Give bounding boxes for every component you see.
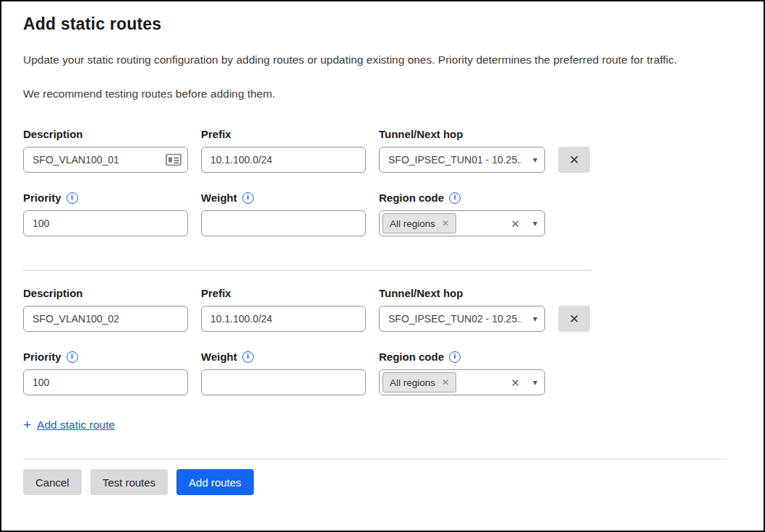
info-icon[interactable]: i xyxy=(449,192,461,204)
dialog-note: We recommend testing routes before addin… xyxy=(23,87,743,100)
route-divider xyxy=(23,270,591,271)
info-icon[interactable]: i xyxy=(67,192,78,204)
route-2-prefix-input[interactable] xyxy=(201,306,366,332)
region-chip: All regions ✕ xyxy=(382,372,456,392)
add-static-route-link[interactable]: + Add static route xyxy=(23,418,115,432)
add-routes-button[interactable]: Add routes xyxy=(176,469,254,495)
route-2-tunnel-field: Tunnel/Next hop SFO_IPSEC_TUN02 - 10.25.… xyxy=(379,287,545,332)
weight-label-text: Weight xyxy=(201,351,237,363)
route-2-weight-input[interactable] xyxy=(201,369,366,395)
route-1-main-row: Description Prefix xyxy=(23,128,743,173)
route-2-region-select[interactable]: All regions ✕ ✕ ▾ xyxy=(379,369,545,395)
contact-card-icon xyxy=(166,154,181,166)
route-1-tunnel-field: Tunnel/Next hop SFO_IPSEC_TUN01 - 10.25.… xyxy=(379,128,545,173)
route-1-description-input[interactable] xyxy=(23,147,188,173)
description-label: Description xyxy=(23,287,188,299)
page-title: Add static routes xyxy=(23,14,743,34)
tunnel-label: Tunnel/Next hop xyxy=(379,287,545,299)
footer-divider xyxy=(23,458,727,460)
tunnel-label: Tunnel/Next hop xyxy=(379,128,545,140)
chevron-down-icon[interactable]: ▾ xyxy=(533,378,537,387)
test-routes-button[interactable]: Test routes xyxy=(90,469,168,495)
route-2-main-row: Description Prefix Tunnel/Next hop SFO_I… xyxy=(23,287,743,332)
dialog-content: Add static routes Update your static rou… xyxy=(1,1,764,495)
info-icon[interactable]: i xyxy=(242,351,254,363)
chevron-down-icon[interactable]: ▾ xyxy=(533,314,537,323)
chevron-down-icon[interactable]: ▾ xyxy=(533,155,537,164)
route-1-tunnel-select[interactable]: SFO_IPSEC_TUN01 - 10.25... ▾ xyxy=(379,147,545,173)
chip-remove-icon[interactable]: ✕ xyxy=(442,219,449,228)
add-static-routes-dialog: Add static routes Update your static rou… xyxy=(0,0,765,532)
region-label: Region code i xyxy=(379,192,545,204)
region-label-text: Region code xyxy=(379,192,444,204)
route-2-description-input[interactable] xyxy=(23,306,188,332)
add-static-route-link-label: Add static route xyxy=(37,419,115,432)
tunnel-selected-value: SFO_IPSEC_TUN02 - 10.25... xyxy=(388,313,521,325)
route-1-region-select[interactable]: All regions ✕ ✕ ▾ xyxy=(379,210,545,236)
route-2-weight-field: Weight i xyxy=(201,351,366,395)
priority-label: Priority i xyxy=(23,192,188,204)
route-1-secondary-row: Priority i Weight i Region code i xyxy=(23,192,743,236)
route-1-priority-field: Priority i xyxy=(23,192,188,236)
priority-label: Priority i xyxy=(23,351,188,363)
prefix-label: Prefix xyxy=(201,287,366,299)
route-1-prefix-field: Prefix xyxy=(201,128,366,173)
info-icon[interactable]: i xyxy=(449,351,461,363)
region-label-text: Region code xyxy=(379,351,444,363)
route-1-prefix-input[interactable] xyxy=(201,147,366,173)
route-1-priority-input[interactable] xyxy=(23,210,188,236)
region-chip: All regions ✕ xyxy=(382,213,456,233)
plus-icon: + xyxy=(23,418,31,432)
weight-label: Weight i xyxy=(201,351,366,363)
weight-label: Weight i xyxy=(201,192,366,204)
route-1-remove-button[interactable]: ✕ xyxy=(558,147,590,173)
info-icon[interactable]: i xyxy=(67,351,78,363)
region-label: Region code i xyxy=(379,351,545,363)
route-1-weight-input[interactable] xyxy=(201,210,366,236)
route-2-tunnel-select[interactable]: SFO_IPSEC_TUN02 - 10.25... ▾ xyxy=(379,306,545,332)
cancel-button[interactable]: Cancel xyxy=(23,469,82,495)
weight-label-text: Weight xyxy=(201,192,237,204)
prefix-label: Prefix xyxy=(201,128,366,140)
footer-buttons: Cancel Test routes Add routes xyxy=(23,469,743,495)
route-2-priority-input[interactable] xyxy=(23,369,188,395)
clear-icon[interactable]: ✕ xyxy=(510,377,520,388)
route-2-region-field: Region code i All regions ✕ ✕ ▾ xyxy=(379,351,545,395)
route-2-secondary-row: Priority i Weight i Region code i xyxy=(23,351,743,395)
route-2-prefix-field: Prefix xyxy=(201,287,366,332)
dialog-description: Update your static routing configuration… xyxy=(23,53,743,66)
route-2-remove-button[interactable]: ✕ xyxy=(558,306,590,332)
region-chip-label: All regions xyxy=(390,218,435,229)
chevron-down-icon[interactable]: ▾ xyxy=(533,219,537,228)
tunnel-selected-value: SFO_IPSEC_TUN01 - 10.25... xyxy=(388,154,521,166)
route-1-description-field: Description xyxy=(23,128,188,173)
route-1-weight-field: Weight i xyxy=(201,192,366,236)
priority-label-text: Priority xyxy=(23,192,61,204)
clear-icon[interactable]: ✕ xyxy=(510,218,520,229)
route-1-region-field: Region code i All regions ✕ ✕ ▾ xyxy=(379,192,545,236)
region-chip-label: All regions xyxy=(390,377,435,388)
chip-remove-icon[interactable]: ✕ xyxy=(442,378,449,387)
route-2-priority-field: Priority i xyxy=(23,351,188,395)
priority-label-text: Priority xyxy=(23,351,61,363)
route-2-description-field: Description xyxy=(23,287,188,332)
info-icon[interactable]: i xyxy=(242,192,254,204)
description-label: Description xyxy=(23,128,188,140)
